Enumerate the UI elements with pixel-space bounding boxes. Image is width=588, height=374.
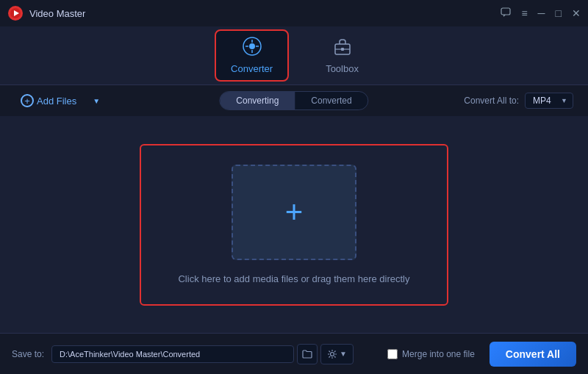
- save-to-label: Save to:: [12, 349, 44, 359]
- svg-point-9: [331, 352, 334, 356]
- converter-icon: [243, 37, 262, 60]
- format-select[interactable]: MP4 AVI MOV MKV WMV: [525, 93, 573, 109]
- drop-zone[interactable]: + Click here to add media files or drag …: [140, 144, 448, 306]
- folder-icon: [302, 349, 312, 359]
- add-files-label: Add Files: [37, 96, 76, 107]
- title-bar-left: Video Master: [7, 5, 85, 21]
- sub-toolbar: + Add Files ▼ Converting Converted Conve…: [0, 85, 588, 116]
- converter-label: Converter: [231, 63, 273, 74]
- app-logo: [7, 5, 24, 21]
- toolbox-label: Toolbox: [326, 63, 359, 74]
- menu-icon[interactable]: ≡: [521, 7, 527, 19]
- save-path-input[interactable]: [51, 345, 294, 363]
- app-title: Video Master: [29, 8, 85, 19]
- gear-icon: [327, 349, 337, 359]
- add-files-dropdown-button[interactable]: ▼: [90, 96, 103, 107]
- main-content: + Click here to add media files or drag …: [0, 116, 588, 333]
- add-files-button[interactable]: + Add Files: [15, 91, 82, 110]
- convert-all-to-label: Convert All to:: [464, 96, 519, 106]
- format-select-wrapper: MP4 AVI MOV MKV WMV: [525, 93, 573, 109]
- svg-rect-8: [341, 48, 344, 51]
- title-bar: Video Master ≡ ─ □ ✕: [0, 0, 588, 26]
- convert-all-to-group: Convert All to: MP4 AVI MOV MKV WMV: [464, 93, 573, 109]
- drop-zone-plus-icon: +: [285, 197, 304, 228]
- close-icon[interactable]: ✕: [572, 7, 581, 19]
- toolbar: Converter Toolbox: [0, 26, 588, 85]
- title-bar-controls: ≡ ─ □ ✕: [501, 7, 581, 20]
- svg-rect-3: [501, 8, 510, 15]
- browse-folder-button[interactable]: [297, 344, 318, 364]
- drop-zone-instruction: Click here to add media files or drag th…: [178, 273, 409, 284]
- toolbox-icon: [333, 37, 352, 60]
- svg-point-5: [249, 43, 255, 49]
- toolbox-nav-button[interactable]: Toolbox: [311, 31, 373, 80]
- converter-nav-button[interactable]: Converter: [215, 29, 289, 82]
- settings-dropdown-arrow: ▼: [340, 350, 347, 358]
- merge-label: Merge into one file: [402, 349, 475, 359]
- save-path-wrapper: ▼: [51, 344, 373, 364]
- chat-icon[interactable]: [501, 7, 511, 20]
- tab-converted[interactable]: Converted: [295, 92, 368, 109]
- merge-group: Merge into one file: [387, 349, 475, 359]
- add-files-plus-icon: +: [21, 94, 34, 107]
- tab-converting[interactable]: Converting: [220, 92, 295, 109]
- settings-button[interactable]: ▼: [320, 344, 354, 364]
- minimize-icon[interactable]: ─: [538, 7, 545, 19]
- drop-zone-inner: +: [232, 165, 356, 260]
- tab-group: Converting Converted: [219, 91, 368, 110]
- bottom-bar: Save to: ▼ Merge into one file Convert A…: [0, 333, 588, 374]
- merge-checkbox[interactable]: [387, 349, 398, 359]
- maximize-icon[interactable]: □: [556, 7, 562, 19]
- convert-all-button[interactable]: Convert All: [490, 342, 576, 367]
